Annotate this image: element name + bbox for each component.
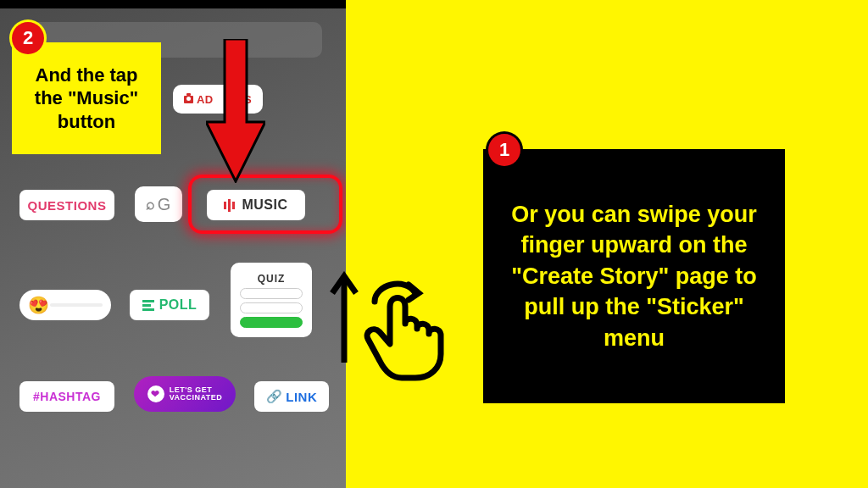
questions-label: QUESTIONS xyxy=(28,198,107,213)
step2-text: And the tap the "Music" button xyxy=(20,64,153,134)
music-icon xyxy=(224,199,235,212)
quiz-option-selected xyxy=(240,317,303,328)
swipe-hand-icon xyxy=(354,273,456,383)
vaccinated-label: LET'S GET VACCINATED xyxy=(170,386,223,402)
step2-badge: 2 xyxy=(12,22,44,54)
phone-top-bar xyxy=(0,0,346,8)
step1-badge: 1 xyxy=(488,134,520,166)
music-label: MUSIC xyxy=(242,197,287,213)
quiz-option xyxy=(240,302,303,313)
step1-callout: Or you can swipe your finger upward on t… xyxy=(483,149,785,403)
step1-text: Or you can swipe your finger upward on t… xyxy=(498,199,770,353)
questions-sticker[interactable]: QUESTIONS xyxy=(19,190,114,220)
quiz-sticker[interactable]: QUIZ xyxy=(231,263,312,337)
vaccinated-sticker[interactable]: ❤ LET'S GET VACCINATED xyxy=(134,376,236,412)
quiz-label: QUIZ xyxy=(258,273,286,285)
emoji-slider-sticker[interactable]: 😍 xyxy=(19,290,111,320)
poll-sticker[interactable]: POLL xyxy=(130,290,209,320)
poll-icon xyxy=(142,300,154,311)
music-sticker[interactable]: MUSIC xyxy=(207,190,305,220)
link-icon: 🔗 xyxy=(266,389,283,404)
gif-search-sticker[interactable]: ⌕ G xyxy=(135,186,182,222)
search-icon: ⌕ xyxy=(146,196,156,214)
heart-icon: ❤ xyxy=(147,385,164,402)
red-arrow-icon xyxy=(206,39,265,183)
poll-label: POLL xyxy=(159,297,198,313)
slider-track xyxy=(50,303,103,307)
search-letter: G xyxy=(158,195,171,214)
link-sticker[interactable]: 🔗 LINK xyxy=(254,381,329,412)
emoji-icon: 😍 xyxy=(28,295,50,315)
quiz-option xyxy=(240,288,303,299)
step2-callout: And the tap the "Music" button xyxy=(12,42,161,154)
hashtag-label: #HASHTAG xyxy=(33,390,101,403)
hashtag-sticker[interactable]: #HASHTAG xyxy=(19,381,114,412)
link-label: LINK xyxy=(286,390,317,404)
svg-marker-0 xyxy=(206,39,265,181)
camera-icon xyxy=(184,96,193,103)
